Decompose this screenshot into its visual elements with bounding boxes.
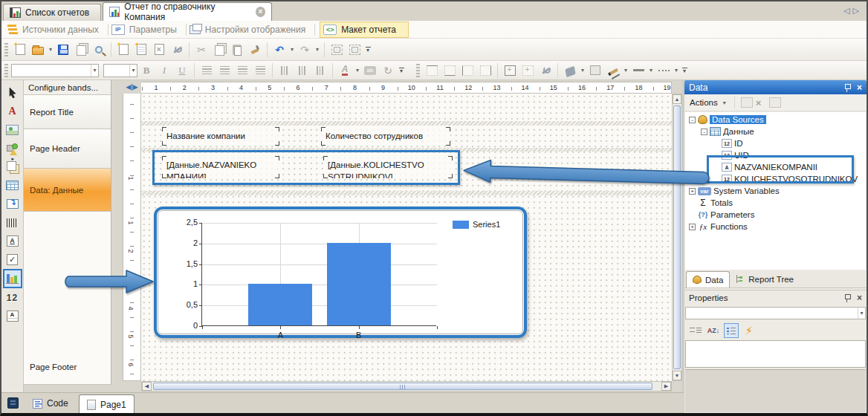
subreport-tool[interactable]: [3, 195, 22, 213]
open-report-button[interactable]: [30, 42, 46, 58]
chart-tool[interactable]: [3, 269, 22, 288]
text-highlight-button[interactable]: ab: [362, 62, 378, 79]
panel-tool[interactable]: [3, 157, 22, 176]
toolbar-grip[interactable]: [4, 64, 8, 77]
properties-grid[interactable]: [685, 340, 866, 368]
collapse-icon[interactable]: -: [701, 129, 707, 135]
align-justify-button[interactable]: [252, 62, 268, 79]
fill-color-button[interactable]: [587, 62, 603, 79]
font-color-dropdown-icon[interactable]: [354, 67, 361, 74]
band-page-header[interactable]: Page Header: [24, 129, 111, 169]
tab-data[interactable]: Data: [686, 271, 730, 287]
data-text-tool[interactable]: A: [3, 307, 22, 325]
tree-item-functions[interactable]: +ƒxFunctions: [685, 221, 866, 233]
parameters-button[interactable]: Параметры: [129, 25, 177, 35]
tree-item-data-sources[interactable]: -Data Sources: [685, 114, 866, 126]
band-separator[interactable]: [141, 121, 672, 126]
page-settings-button[interactable]: [169, 42, 185, 58]
align-bottom-button[interactable]: [312, 62, 328, 79]
events-button[interactable]: ⚡: [742, 323, 757, 338]
pin-icon[interactable]: [843, 293, 851, 302]
horizontal-scroll-thumb[interactable]: [153, 383, 652, 390]
shapes-tool[interactable]: ▸: [3, 139, 22, 157]
undo-dropdown-icon[interactable]: [288, 46, 296, 53]
scroll-up-icon[interactable]: ▲: [673, 94, 681, 104]
toolbar-grip[interactable]: [4, 43, 8, 56]
save-button[interactable]: [55, 42, 71, 58]
tree-item-id[interactable]: 12ID: [685, 137, 866, 149]
barcode-tool[interactable]: [3, 213, 22, 232]
tab-report-tree[interactable]: Report Tree: [730, 271, 800, 287]
open-dropdown-icon[interactable]: [47, 46, 54, 53]
line-width-dropdown-icon[interactable]: [647, 67, 655, 74]
tab-code[interactable]: Code: [25, 394, 76, 412]
text-object-employee-count[interactable]: Количество сотрудников: [321, 127, 450, 146]
preview-button[interactable]: [91, 42, 107, 58]
toolbar-overflow-icon[interactable]: [363, 42, 372, 57]
pin-icon[interactable]: [843, 83, 851, 92]
actions-dropdown-icon[interactable]: [721, 100, 728, 106]
actions-button[interactable]: Actions: [690, 98, 718, 107]
text-object-company-name[interactable]: Название компании: [162, 127, 279, 146]
delete-page-button[interactable]: [151, 42, 167, 58]
tree-item-totals[interactable]: ΣTotals: [685, 197, 866, 209]
border-right-button[interactable]: [477, 62, 493, 79]
all-borders-button[interactable]: [502, 62, 518, 79]
undo-button[interactable]: ↶: [271, 42, 288, 58]
object-selector-combo[interactable]: [685, 307, 866, 319]
ruler-splitter-icon[interactable]: ◀|▶: [123, 82, 141, 94]
redo-button[interactable]: ↷: [297, 42, 313, 58]
report-root-icon[interactable]: [7, 397, 19, 409]
tab-nav-arrows[interactable]: ◁▷: [843, 6, 862, 16]
align-top-button[interactable]: [276, 62, 293, 79]
data-sources-button[interactable]: Источники данных: [22, 25, 99, 35]
tree-item-parameters[interactable]: {?}Parameters: [685, 209, 866, 221]
font-size-combo[interactable]: [103, 64, 137, 77]
categorized-view-button[interactable]: [688, 323, 703, 338]
italic-button[interactable]: I: [156, 62, 172, 79]
font-color-button[interactable]: A: [337, 62, 353, 79]
tab-page1[interactable]: Page1: [79, 394, 135, 414]
scroll-down-icon[interactable]: ▼: [673, 371, 681, 380]
band-separator[interactable]: [141, 191, 672, 195]
new-report-button[interactable]: [12, 42, 28, 58]
vertical-scroll-thumb[interactable]: [673, 105, 681, 369]
align-center-button[interactable]: [216, 62, 233, 79]
scroll-left-icon[interactable]: ◀: [142, 382, 152, 391]
bold-button[interactable]: B: [138, 62, 155, 79]
horizontal-scrollbar[interactable]: ◀ ▶: [141, 381, 672, 391]
expand-icon[interactable]: +: [689, 224, 696, 230]
chart-object[interactable]: 00,511,522,5AB Series1: [154, 207, 527, 338]
tree-item-данные[interactable]: -Данные: [685, 126, 866, 137]
fill-button[interactable]: [562, 62, 578, 79]
view-data-icon[interactable]: [769, 97, 781, 108]
redo-dropdown-icon[interactable]: [314, 46, 321, 53]
band-data[interactable]: Data: Данные: [24, 169, 111, 212]
design-canvas[interactable]: Название компании Количество сотрудников…: [141, 94, 672, 381]
text-tool[interactable]: A: [3, 102, 22, 120]
border-top-button[interactable]: [424, 62, 440, 79]
report-layout-button[interactable]: <> Макет отчета: [320, 22, 409, 38]
vertical-scrollbar[interactable]: ▲ ▼: [672, 94, 682, 381]
rich-text-tool[interactable]: A: [3, 232, 22, 250]
copy-page-button[interactable]: [133, 42, 149, 58]
page-number-tool[interactable]: 12: [3, 288, 22, 307]
line-color-button[interactable]: [605, 62, 621, 79]
scroll-right-icon[interactable]: ▶: [661, 382, 671, 391]
save-all-button[interactable]: [73, 42, 89, 58]
fill-dropdown-icon[interactable]: [579, 67, 586, 74]
checkbox-tool[interactable]: ✓: [3, 250, 22, 269]
align-left-button[interactable]: [198, 62, 215, 79]
close-tab-icon[interactable]: ×: [256, 7, 265, 17]
line-width-button[interactable]: [630, 62, 647, 79]
properties-view-button[interactable]: [724, 323, 739, 338]
line-color-dropdown-icon[interactable]: [622, 67, 629, 74]
picture-tool[interactable]: [3, 120, 22, 139]
tab-report-company[interactable]: Отчет по справочнику Компания ×: [103, 2, 272, 21]
line-style-button[interactable]: [655, 62, 672, 79]
copy-button[interactable]: [211, 42, 227, 58]
close-panel-icon[interactable]: ×: [857, 294, 862, 302]
paste-button[interactable]: [229, 42, 245, 58]
close-panel-icon[interactable]: ×: [857, 84, 862, 91]
align-middle-button[interactable]: [294, 62, 311, 79]
